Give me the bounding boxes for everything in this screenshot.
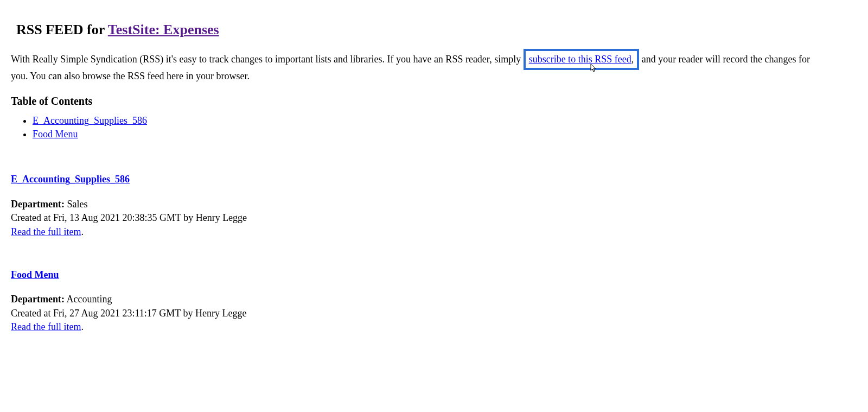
toc-item: Food Menu: [33, 128, 857, 141]
dot: .: [81, 226, 84, 237]
department-value: Accounting: [66, 294, 112, 305]
intro-paragraph: With Really Simple Syndication (RSS) it'…: [11, 49, 825, 83]
feed-entry: Food Menu Department: Accounting Created…: [11, 269, 857, 334]
entry-created-line: Created at Fri, 13 Aug 2021 20:38:35 GMT…: [11, 212, 857, 224]
site-title-link[interactable]: TestSite: Expenses: [108, 22, 219, 37]
toc-item: E_Accounting_Supplies_586: [33, 115, 857, 127]
page-title: RSS FEED for TestSite: Expenses: [16, 21, 857, 39]
entry-title: Food Menu: [11, 269, 857, 281]
entry-department-line: Department: Accounting: [11, 293, 857, 306]
toc-list: E_Accounting_Supplies_586 Food Menu: [11, 115, 857, 141]
intro-text-1: With Really Simple Syndication (RSS) it'…: [11, 54, 524, 65]
entry-read-line: Read the full item.: [11, 226, 857, 238]
toc-link-2[interactable]: Food Menu: [33, 129, 78, 140]
subscribe-rss-link[interactable]: subscribe to this RSS feed: [529, 54, 631, 65]
dot: .: [81, 321, 84, 332]
entry-title-link[interactable]: E_Accounting_Supplies_586: [11, 174, 130, 185]
toc-link-1[interactable]: E_Accounting_Supplies_586: [33, 115, 147, 126]
entry-title: E_Accounting_Supplies_586: [11, 173, 857, 186]
entry-read-line: Read the full item.: [11, 321, 857, 333]
subscribe-comma: ,: [631, 54, 634, 65]
department-label: Department:: [11, 294, 65, 305]
entry-department-line: Department: Sales: [11, 198, 857, 211]
page-title-prefix: RSS FEED for: [16, 22, 108, 37]
department-label: Department:: [11, 199, 65, 210]
department-value: Sales: [67, 199, 87, 210]
read-full-item-link[interactable]: Read the full item: [11, 226, 81, 237]
subscribe-highlight-box: subscribe to this RSS feed,: [524, 49, 640, 70]
toc-heading: Table of Contents: [11, 94, 857, 108]
entry-created-line: Created at Fri, 27 Aug 2021 23:11:17 GMT…: [11, 307, 857, 320]
entry-title-link[interactable]: Food Menu: [11, 269, 59, 280]
feed-entry: E_Accounting_Supplies_586 Department: Sa…: [11, 173, 857, 238]
read-full-item-link[interactable]: Read the full item: [11, 321, 81, 332]
